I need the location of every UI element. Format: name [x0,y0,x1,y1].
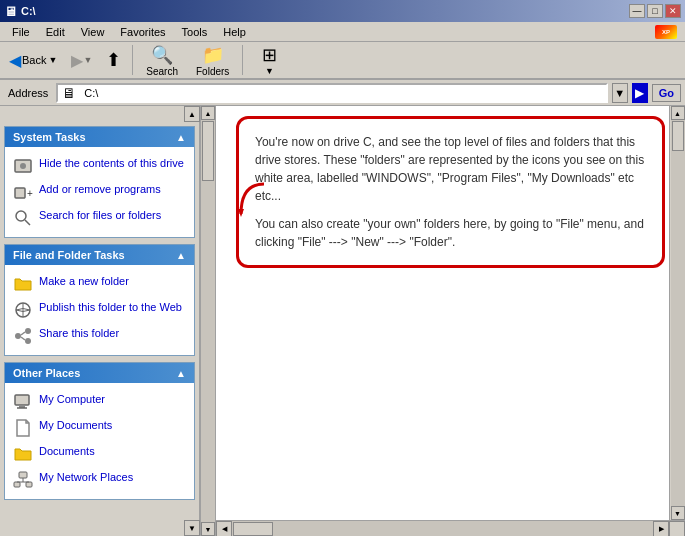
other-documents[interactable]: Documents [9,441,190,467]
menu-file[interactable]: File [4,24,38,40]
svg-rect-13 [15,395,29,405]
forward-dropdown-icon: ▼ [83,55,92,65]
toolbar-separator-2 [242,45,243,75]
menu-tools[interactable]: Tools [174,24,216,40]
address-go-arrow[interactable]: ▶ [632,83,648,103]
window-title: C:\ [21,5,36,17]
svg-line-11 [21,332,25,335]
left-panel-container: ▲ System Tasks ▲ Hide the contents of th… [0,106,200,536]
forward-arrow-icon: ▶ [71,51,83,70]
task-hide-contents-label: Hide the contents of this drive [39,156,184,170]
other-places-title: Other Places [13,367,80,379]
add-remove-icon: + [13,182,33,202]
left-scroll-down[interactable]: ▼ [184,520,200,536]
svg-line-12 [21,337,25,340]
menu-help[interactable]: Help [215,24,254,40]
documents-label: Documents [39,444,95,458]
file-folder-tasks-title: File and Folder Tasks [13,249,125,261]
address-dropdown-button[interactable]: ▼ [612,83,628,103]
other-my-computer[interactable]: My Computer [9,389,190,415]
address-input-container: 🖥 C:\ [56,83,607,103]
svg-text:+: + [27,188,33,199]
back-dropdown-icon[interactable]: ▼ [48,55,57,65]
main-content: ▲ System Tasks ▲ Hide the contents of th… [0,106,685,536]
task-publish[interactable]: Publish this folder to the Web [9,297,190,323]
file-folder-collapse-icon[interactable]: ▲ [176,250,186,261]
my-documents-icon [13,418,33,438]
task-hide-contents[interactable]: Hide the contents of this drive [9,153,190,179]
h-scroll-track [232,521,653,537]
other-places-content: My Computer My Documents Documents [5,383,194,499]
system-tasks-collapse-icon[interactable]: ▲ [176,132,186,143]
up-icon: ⬆ [106,49,121,71]
task-add-remove[interactable]: + Add or remove programs [9,179,190,205]
menu-favorites[interactable]: Favorites [112,24,173,40]
back-button[interactable]: ◀ Back ▼ [4,48,62,73]
other-places-header[interactable]: Other Places ▲ [5,363,194,383]
right-vscroll-up-btn[interactable]: ▲ [671,106,685,120]
callout-paragraph-2: You can also create "your own" folders h… [255,215,646,251]
svg-rect-2 [15,188,25,198]
window-icon: 🖥 [4,4,17,19]
close-button[interactable]: ✕ [665,4,681,18]
callout-box: You're now on drive C, and see the top l… [236,116,665,268]
left-vscrollbar: ▲ ▼ [200,106,216,536]
address-value[interactable]: C:\ [84,87,98,99]
task-add-remove-label: Add or remove programs [39,182,161,196]
right-content-area: WINDOWS 12/27/2002 10:25 PM Documents an… [216,106,685,536]
task-search-label: Search for files or folders [39,208,161,222]
go-button[interactable]: Go [652,84,681,102]
views-button[interactable]: ⊞ ▼ [249,41,289,79]
address-bar: Address 🖥 C:\ ▼ ▶ Go [0,80,685,106]
system-tasks-header[interactable]: System Tasks ▲ [5,127,194,147]
left-vscroll-track [201,120,215,522]
menu-bar: File Edit View Favorites Tools Help XP [0,22,685,42]
right-vscroll-down-btn[interactable]: ▼ [671,506,685,520]
views-dropdown-icon[interactable]: ▼ [265,66,274,76]
system-tasks-panel: System Tasks ▲ Hide the contents of this… [4,126,195,238]
left-vscroll-thumb[interactable] [202,121,214,181]
left-scroll-up[interactable]: ▲ [184,106,200,122]
menu-edit[interactable]: Edit [38,24,73,40]
task-share-label: Share this folder [39,326,119,340]
left-vscroll-down-btn[interactable]: ▼ [201,522,215,536]
forward-button[interactable]: ▶ ▼ [66,48,97,73]
network-places-icon [13,470,33,490]
right-vscroll-track [671,120,685,506]
hide-contents-icon [13,156,33,176]
svg-rect-18 [26,482,32,487]
search-icon: 🔍 [151,44,173,66]
callout-paragraph-1: You're now on drive C, and see the top l… [255,133,646,205]
back-label: Back [22,54,46,66]
folders-button[interactable]: 📁 Folders [189,41,236,80]
toolbar-separator-1 [132,45,133,75]
right-vscroll-thumb[interactable] [672,121,684,151]
maximize-button[interactable]: □ [647,4,663,18]
callout-arrow-svg [236,179,266,219]
xp-logo: XP [655,25,677,39]
svg-point-8 [15,333,21,339]
task-search[interactable]: Search for files or folders [9,205,190,231]
task-share[interactable]: Share this folder [9,323,190,349]
share-icon [13,326,33,346]
other-places-collapse-icon[interactable]: ▲ [176,368,186,379]
search-button[interactable]: 🔍 Search [139,41,185,80]
other-my-documents[interactable]: My Documents [9,415,190,441]
folders-label: Folders [196,66,229,77]
toolbar: ◀ Back ▼ ▶ ▼ ⬆ 🔍 Search 📁 Folders ⊞ ▼ [0,42,685,80]
menu-view[interactable]: View [73,24,113,40]
search-label: Search [146,66,178,77]
task-new-folder[interactable]: Make a new folder [9,271,190,297]
scroll-corner [669,521,685,537]
file-folder-tasks-header[interactable]: File and Folder Tasks ▲ [5,245,194,265]
address-label: Address [4,87,52,99]
minimize-button[interactable]: — [629,4,645,18]
h-scroll-right-btn[interactable]: ▶ [653,521,669,537]
my-documents-label: My Documents [39,418,112,432]
h-scroll-left-btn[interactable]: ◀ [216,521,232,537]
other-network-places[interactable]: My Network Places [9,467,190,493]
folders-icon: 📁 [202,44,224,66]
up-button[interactable]: ⬆ [101,46,126,74]
h-scroll-thumb[interactable] [233,522,273,536]
left-vscroll-up-btn[interactable]: ▲ [201,106,215,120]
